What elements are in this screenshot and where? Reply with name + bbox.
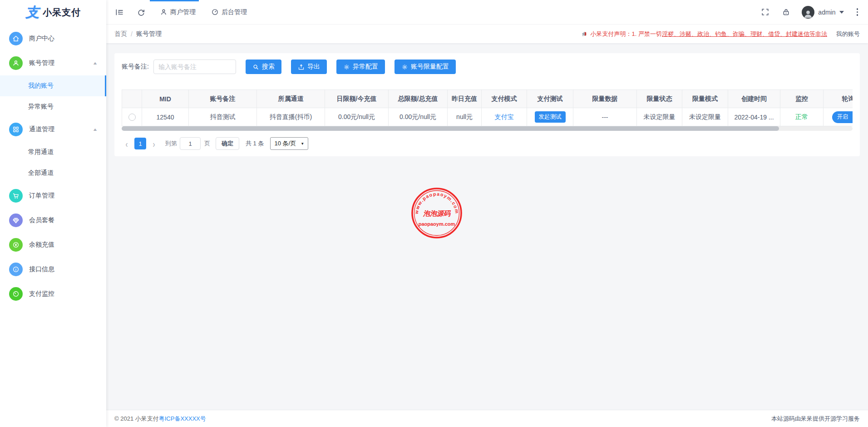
search-button[interactable]: 搜索 <box>246 60 281 74</box>
table-header-row: MID 账号备注 所属通道 日限额/今充值 总限额/总充值 昨日充值 支付模式 … <box>122 90 853 108</box>
goto-label: 到第 <box>165 139 177 148</box>
watermark-site: paopaoym.com <box>419 221 455 227</box>
sidebar-item-label: 接口信息 <box>29 265 54 273</box>
more-options-icon[interactable] <box>855 6 860 18</box>
col-poll: 轮询 <box>824 90 853 108</box>
app-logo[interactable]: 支 小呆支付 <box>0 0 106 25</box>
col-limit-data: 限量数据 <box>573 90 637 108</box>
tab-backend-mgmt[interactable]: 后台管理 <box>209 0 249 25</box>
goto-confirm-button[interactable]: 确定 <box>216 137 239 150</box>
scrollbar-thumb[interactable] <box>122 126 779 131</box>
sidebar-subitem-my-accounts[interactable]: 我的账号 <box>0 75 106 96</box>
table-row: 12540 抖音测试 抖音直播(抖币) 0.00元/null元 0.00元/nu… <box>122 108 853 126</box>
col-monitor: 监控 <box>780 90 824 108</box>
sidebar-item-label: 订单管理 <box>29 192 54 200</box>
fullscreen-icon[interactable] <box>760 7 770 17</box>
sidebar-item-api-info[interactable]: 接口信息 <box>0 257 106 282</box>
col-daily-limit: 日限额/今充值 <box>325 90 389 108</box>
start-test-button[interactable]: 发起测试 <box>535 111 566 123</box>
avatar <box>802 6 814 19</box>
sidebar-menu: 商户中心 账号管理 ▲ 我的账号 异常账号 通道管理 ▲ 常用通道 全部通道 <box>0 25 106 306</box>
sidebar-item-label: 会员套餐 <box>29 216 54 224</box>
breadcrumb-home[interactable]: 首页 <box>114 30 127 38</box>
username: admin <box>818 9 835 16</box>
main-content: 账号备注: 搜索 导出 异常配置 账号限量配置 <box>106 43 868 410</box>
button-label: 导出 <box>307 63 320 71</box>
sidebar-item-channel-mgmt[interactable]: 通道管理 ▲ <box>0 117 106 142</box>
abnormal-config-button[interactable]: 异常配置 <box>336 60 385 74</box>
sidebar-item-label: 商户中心 <box>29 35 54 43</box>
sidebar-item-label: 通道管理 <box>29 125 54 134</box>
sidebar-item-label: 账号管理 <box>29 59 54 67</box>
open-page-tag[interactable]: 我的账号 <box>836 30 860 38</box>
gear-icon <box>401 64 408 70</box>
gem-icon <box>9 214 23 227</box>
dashboard-icon <box>211 8 219 16</box>
next-page-button[interactable]: › <box>149 136 159 151</box>
sidebar-item-balance-recharge[interactable]: 余额充值 <box>0 233 106 257</box>
accounts-table-viewport: MID 账号备注 所属通道 日限额/今充值 总限额/总充值 昨日充值 支付模式 … <box>122 89 853 126</box>
poll-toggle[interactable]: 开启 <box>832 111 853 123</box>
sidebar-subitem-label: 全部通道 <box>28 169 54 177</box>
page-number-1[interactable]: 1 <box>134 138 146 149</box>
pay-mode-link[interactable]: 支付宝 <box>495 113 514 120</box>
col-yesterday: 昨日充值 <box>448 90 482 108</box>
row-radio[interactable] <box>128 114 136 121</box>
col-mid: MID <box>142 90 189 108</box>
tab-merchant-mgmt[interactable]: 商户管理 <box>158 0 197 25</box>
active-tab-indicator <box>150 0 199 1</box>
col-pay-test: 支付测试 <box>527 90 573 108</box>
cell-channel: 抖音直播(抖币) <box>257 108 325 126</box>
goto-page-input[interactable] <box>180 137 201 150</box>
refresh-icon[interactable] <box>136 7 146 17</box>
chevron-up-icon: ▲ <box>92 61 98 65</box>
accounts-card: 账号备注: 搜索 导出 异常配置 账号限量配置 <box>114 53 860 156</box>
icp-link[interactable]: 粤ICP备XXXXX号 <box>159 415 206 423</box>
account-limit-config-button[interactable]: 账号限量配置 <box>395 60 456 74</box>
sidebar: 支 小呆支付 商户中心 账号管理 ▲ 我的账号 异常账号 通道管理 <box>0 0 106 427</box>
copyright-text: © 2021 小呆支付 <box>114 415 159 423</box>
export-button[interactable]: 导出 <box>291 60 327 74</box>
user-menu[interactable]: admin <box>802 6 843 19</box>
button-label: 账号限量配置 <box>411 63 449 71</box>
sidebar-subitem-abnormal-accounts[interactable]: 异常账号 <box>0 96 106 117</box>
page-size-select[interactable]: 10 条/页 ▼ <box>270 137 308 150</box>
tab-label: 后台管理 <box>222 8 247 16</box>
sidebar-item-payment-monitor[interactable]: 支付监控 <box>0 282 106 306</box>
info-icon <box>9 263 23 276</box>
chevron-down-icon <box>839 11 844 14</box>
breadcrumb-bar: 首页 / 账号管理 小呆支付声明：1. 严禁一切淫秽、涉赌、政治、钓鱼、诈骗、理… <box>106 25 868 43</box>
sidebar-subitem-common-channels[interactable]: 常用通道 <box>0 142 106 163</box>
cell-limit-status: 未设定限量 <box>637 108 682 126</box>
watermark-name: 泡泡源码 <box>423 209 451 218</box>
sidebar-item-account-mgmt[interactable]: 账号管理 ▲ <box>0 51 106 75</box>
total-count-label: 共 1 条 <box>246 139 264 148</box>
prev-page-button[interactable]: ‹ <box>122 136 132 151</box>
accounts-table: MID 账号备注 所属通道 日限额/今充值 总限额/总充值 昨日充值 支付模式 … <box>122 89 853 126</box>
remark-filter-input[interactable] <box>153 60 236 74</box>
sidebar-item-order-mgmt[interactable]: 订单管理 <box>0 184 106 208</box>
col-limit-mode: 限量模式 <box>682 90 728 108</box>
sidebar-subitem-all-channels[interactable]: 全部通道 <box>0 163 106 184</box>
page-size-value: 10 条/页 <box>274 139 296 148</box>
tab-label: 商户管理 <box>170 8 196 16</box>
cell-daily-limit: 0.00元/null元 <box>325 108 389 126</box>
user-icon <box>9 56 23 70</box>
breadcrumb-separator: / <box>131 30 133 38</box>
button-label: 异常配置 <box>353 63 378 71</box>
col-channel: 所属通道 <box>257 90 325 108</box>
collapse-sidebar-icon[interactable] <box>114 7 124 17</box>
sidebar-item-member-plans[interactable]: 会员套餐 <box>0 208 106 233</box>
footer: © 2021 小呆支付 粤ICP备XXXXX号 本站源码由呆呆提供开源学习服务 <box>106 410 868 427</box>
lock-icon[interactable] <box>781 7 791 17</box>
sidebar-item-merchant-center[interactable]: 商户中心 <box>0 26 106 51</box>
cell-total-limit: 0.00元/null元 <box>389 108 448 126</box>
cart-icon <box>9 189 23 203</box>
sidebar-subitem-label: 异常账号 <box>28 103 54 111</box>
home-icon <box>9 32 23 45</box>
cell-created: 2022-04-19 ... <box>728 108 780 126</box>
col-limit-status: 限量状态 <box>637 90 682 108</box>
apps-icon <box>9 123 23 136</box>
remark-filter-label: 账号备注: <box>122 63 149 71</box>
footer-right-text: 本站源码由呆呆提供开源学习服务 <box>771 415 860 423</box>
